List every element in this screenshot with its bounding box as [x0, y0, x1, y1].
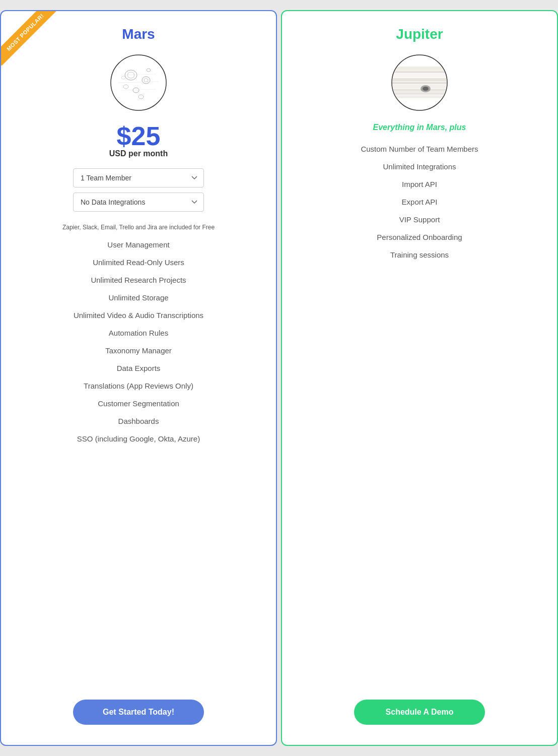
team-member-dropdown-wrapper[interactable]: 1 Team Member 2 Team Members 5 Team Memb…: [73, 168, 204, 187]
list-item: Translations (App Reviews Only): [11, 377, 266, 395]
jupiter-planet-image: [389, 52, 450, 113]
jupiter-everything-plus: Everything in Mars, plus: [373, 123, 466, 132]
list-item: Automation Rules: [11, 324, 266, 342]
list-item: Dashboards: [11, 412, 266, 430]
mars-cta-button[interactable]: Get Started Today!: [73, 700, 204, 725]
list-item: Data Exports: [11, 359, 266, 377]
mars-features-list: User ManagementUnlimited Read-Only Users…: [11, 236, 266, 448]
list-item: SSO (including Google, Okta, Azure): [11, 430, 266, 448]
list-item: Customer Segmentation: [11, 395, 266, 412]
svg-rect-22: [392, 92, 447, 95]
svg-rect-21: [392, 89, 447, 92]
list-item: Unlimited Read-Only Users: [11, 254, 266, 271]
free-services-note: Zapier, Slack, Email, Trello and Jira ar…: [57, 224, 220, 231]
list-item: Unlimited Integrations: [292, 158, 547, 175]
svg-rect-16: [392, 71, 447, 73]
jupiter-card: Jupiter Everything i: [281, 10, 558, 746]
list-item: VIP Support: [292, 211, 547, 228]
svg-point-25: [423, 87, 429, 91]
mars-price-period: USD per month: [109, 149, 168, 158]
svg-rect-20: [392, 85, 447, 88]
mars-price: $25: [117, 123, 161, 149]
jupiter-cta-button[interactable]: Schedule A Demo: [354, 700, 485, 725]
list-item: Export API: [292, 193, 547, 211]
list-item: Unlimited Storage: [11, 289, 266, 306]
list-item: Import API: [292, 175, 547, 193]
list-item: Training sessions: [292, 246, 547, 264]
list-item: Unlimited Research Projects: [11, 271, 266, 289]
integrations-dropdown-wrapper[interactable]: No Data Integrations 1 Integration 3 Int…: [73, 193, 204, 212]
mars-plan-title: Mars: [122, 26, 155, 42]
list-item: Taxonomy Manager: [11, 342, 266, 359]
team-member-dropdown[interactable]: 1 Team Member 2 Team Members 5 Team Memb…: [73, 168, 204, 187]
svg-rect-19: [392, 82, 447, 84]
list-item: Unlimited Video & Audio Transcriptions: [11, 306, 266, 324]
list-item: Personalized Onboarding: [292, 228, 547, 246]
svg-rect-23: [392, 95, 447, 98]
most-popular-label: MOST POPULAR!: [1, 11, 58, 66]
list-item: User Management: [11, 236, 266, 254]
svg-rect-18: [392, 78, 447, 81]
svg-rect-15: [392, 67, 447, 70]
jupiter-plan-title: Jupiter: [396, 26, 443, 42]
list-item: Custom Number of Team Members: [292, 140, 547, 158]
svg-rect-17: [392, 74, 447, 78]
mars-card: MOST POPULAR! Mars $25 USD per month 1 T…: [0, 10, 277, 746]
most-popular-banner: MOST POPULAR!: [1, 11, 66, 77]
integrations-dropdown[interactable]: No Data Integrations 1 Integration 3 Int…: [73, 193, 204, 212]
jupiter-features-list: Custom Number of Team MembersUnlimited I…: [292, 140, 547, 264]
mars-planet-image: [108, 52, 169, 113]
